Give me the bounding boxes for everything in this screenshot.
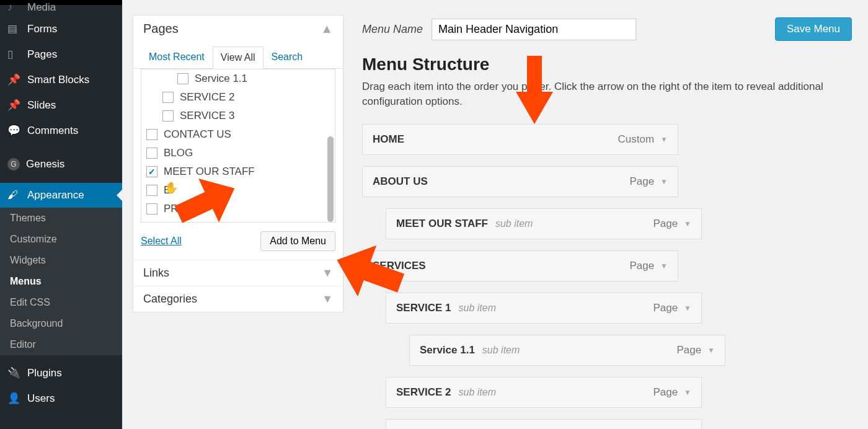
checkbox[interactable] xyxy=(146,166,157,177)
sidebar-item-slides[interactable]: 📌 Slides xyxy=(0,92,122,118)
sidebar-sub-customize[interactable]: Customize xyxy=(0,229,122,250)
page-checkbox-row[interactable]: CONTACT US xyxy=(141,125,335,144)
sidebar-item-smart-blocks[interactable]: 📌 Smart Blocks xyxy=(0,67,122,92)
sidebar-item-label: Media xyxy=(27,1,56,14)
brush-icon: 🖌 xyxy=(7,189,21,201)
sidebar-item-label: Plugins xyxy=(27,367,62,379)
menu-item-title: ABOUT US xyxy=(373,175,428,188)
sidebar-sub-editor[interactable]: Editor xyxy=(0,334,122,355)
menu-item-title: MEET OUR STAFF xyxy=(396,218,488,230)
sidebar-sub-themes[interactable]: Themes xyxy=(0,208,122,229)
sidebar-item-appearance[interactable]: 🖌 Appearance xyxy=(0,183,122,208)
sidebar-item-plugins[interactable]: 🔌 Plugins xyxy=(0,360,122,386)
links-metabox[interactable]: Links ▼ xyxy=(133,260,343,286)
pages-metabox-title: Pages xyxy=(143,22,179,36)
chevron-down-icon[interactable]: ▼ xyxy=(660,177,668,186)
tab-most-recent[interactable]: Most Recent xyxy=(141,46,213,68)
menu-item-type[interactable]: Page▼ xyxy=(653,386,691,399)
menu-item[interactable]: MEET OUR STAFFsub itemPage▼ xyxy=(386,208,702,239)
menu-item-type[interactable]: Page▼ xyxy=(653,302,691,314)
checkbox[interactable] xyxy=(162,110,174,122)
chevron-down-icon[interactable]: ▼ xyxy=(660,262,668,270)
menu-name-label: Menu Name xyxy=(362,23,423,36)
sidebar-item-users[interactable]: 👤 Users xyxy=(0,386,122,411)
checkbox[interactable] xyxy=(162,92,174,103)
sidebar-item-label: Forms xyxy=(27,23,57,35)
page-checkbox-row[interactable]: SERVICE 2 xyxy=(141,88,335,107)
chevron-down-icon[interactable]: ▼ xyxy=(707,346,715,355)
plug-icon: 🔌 xyxy=(7,366,21,379)
pages-icon: ▯ xyxy=(7,48,21,61)
scrollbar-thumb[interactable] xyxy=(327,136,334,222)
pages-metabox-header[interactable]: Pages ▲ xyxy=(133,15,343,42)
menu-item-type[interactable]: Page▼ xyxy=(629,260,668,272)
menu-item[interactable]: SERVICE 3sub itemPage▼ xyxy=(386,419,702,429)
sidebar-item-label: Pages xyxy=(27,48,57,61)
page-checkbox-label: BLOG xyxy=(164,147,193,159)
page-checkbox-label: SERVICE 2 xyxy=(180,91,235,104)
menu-item-type[interactable]: Custom▼ xyxy=(618,133,668,146)
checkbox[interactable] xyxy=(146,148,157,159)
page-checkbox-row[interactable]: SERVICE 3 xyxy=(141,107,335,125)
comment-icon: 💬 xyxy=(7,124,21,137)
tab-search[interactable]: Search xyxy=(264,46,311,68)
sidebar-sub-widgets[interactable]: Widgets xyxy=(0,250,122,271)
menu-item-type[interactable]: Page▼ xyxy=(629,175,668,188)
menu-item-sub-label: sub item xyxy=(459,387,496,398)
chevron-down-icon[interactable]: ▼ xyxy=(684,304,691,312)
chevron-down-icon[interactable]: ▼ xyxy=(684,219,691,228)
sidebar-item-label: Smart Blocks xyxy=(27,74,89,86)
pin-icon: 📌 xyxy=(7,99,21,112)
sidebar-sub-menus[interactable]: Menus xyxy=(0,271,122,292)
menu-item[interactable]: SERVICE 2sub itemPage▼ xyxy=(386,377,702,408)
page-checkbox-row[interactable]: BLOG xyxy=(141,144,335,162)
menu-item-title: HOME xyxy=(373,133,404,146)
page-checkbox-label: CONTACT US xyxy=(164,128,231,141)
categories-metabox[interactable]: Categories ▼ xyxy=(133,286,343,312)
page-checkbox-label: Service 1.1 xyxy=(195,73,247,85)
chevron-down-icon[interactable]: ▼ xyxy=(684,388,691,397)
sidebar-item-pages[interactable]: ▯ Pages xyxy=(0,42,122,67)
menu-item-title: SERVICE 2 xyxy=(396,386,451,399)
page-checkbox-row[interactable]: MEET OUR STAFF xyxy=(141,162,335,181)
expand-icon[interactable]: ▼ xyxy=(322,293,333,306)
checkbox[interactable] xyxy=(146,203,157,214)
sidebar-item-media[interactable]: ♪ Media xyxy=(0,1,122,16)
menu-item[interactable]: Service 1.1sub itemPage▼ xyxy=(409,335,725,366)
cursor-pointer-icon: ✋ xyxy=(164,181,178,195)
save-menu-button[interactable]: Save Menu xyxy=(775,17,852,41)
annotation-arrow-down xyxy=(516,56,553,124)
sidebar-item-genesis[interactable]: G Genesis xyxy=(0,152,122,177)
categories-metabox-title: Categories xyxy=(143,293,197,306)
forms-icon: ▤ xyxy=(7,22,21,35)
checkbox[interactable] xyxy=(177,73,188,84)
menu-item[interactable]: HOMECustom▼ xyxy=(362,124,678,155)
pin-icon: 📌 xyxy=(7,73,21,86)
menu-item[interactable]: ABOUT USPage▼ xyxy=(362,166,678,197)
sidebar-item-forms[interactable]: ▤ Forms xyxy=(0,16,122,42)
sidebar-sub-background[interactable]: Background xyxy=(0,313,122,334)
links-metabox-title: Links xyxy=(143,267,169,280)
menu-item[interactable]: SERVICE 1sub itemPage▼ xyxy=(386,293,702,324)
checkbox[interactable] xyxy=(146,129,157,140)
menu-item-type[interactable]: Page▼ xyxy=(653,218,691,230)
collapse-icon[interactable]: ▲ xyxy=(321,22,333,36)
page-checkbox-row[interactable]: Service 1.1 xyxy=(141,69,335,88)
select-all-link[interactable]: Select All xyxy=(141,236,182,247)
pages-actions: Select All Add to Menu xyxy=(133,223,343,260)
menu-name-input[interactable] xyxy=(432,19,636,40)
menu-edit-area: Menu Name Save Menu Menu Structure Drag … xyxy=(362,17,852,429)
sidebar-item-comments[interactable]: 💬 Comments xyxy=(0,118,122,143)
tab-view-all[interactable]: View All xyxy=(213,46,264,69)
sidebar-sub-edit-css[interactable]: Edit CSS xyxy=(0,292,122,313)
sidebar-item-label: Slides xyxy=(27,99,56,112)
admin-sidebar: ♪ Media ▤ Forms ▯ Pages 📌 Smart Blocks 📌… xyxy=(0,0,122,429)
sidebar-item-label: Users xyxy=(27,392,55,405)
chevron-down-icon[interactable]: ▼ xyxy=(660,135,668,144)
menu-item-type[interactable]: Page▼ xyxy=(676,344,715,356)
menu-item-sub-label: sub item xyxy=(495,218,533,229)
checkbox[interactable] xyxy=(146,185,157,196)
add-to-menu-button[interactable]: Add to Menu xyxy=(260,231,335,251)
sidebar-item-label: Genesis xyxy=(26,158,64,170)
menu-item-title: Service 1.1 xyxy=(420,344,475,356)
